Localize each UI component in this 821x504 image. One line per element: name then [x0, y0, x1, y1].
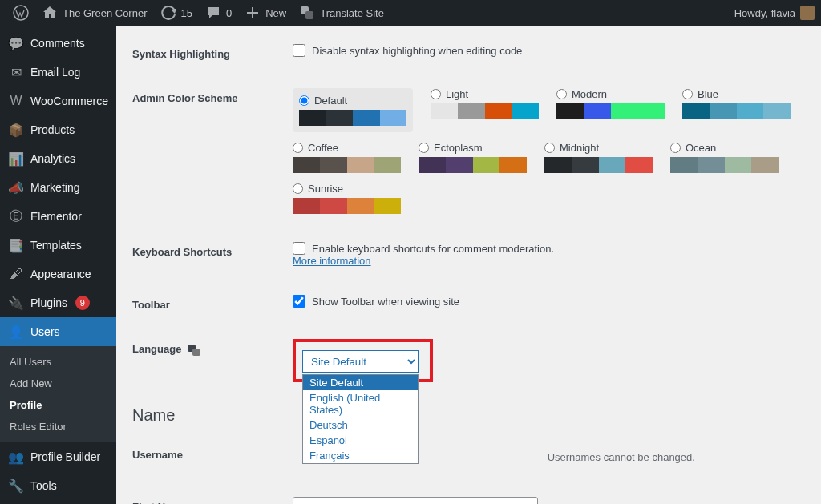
scheme-default[interactable]: Default — [293, 88, 413, 132]
sidebar-item-email-log[interactable]: ✉Email Log — [0, 58, 116, 87]
sidebar-item-plugins[interactable]: 🔌Plugins9 — [0, 288, 116, 317]
swatch — [293, 198, 401, 214]
lang-option[interactable]: Site Default — [303, 375, 418, 390]
scheme-radio[interactable] — [293, 183, 303, 194]
site-home-link[interactable]: The Green Corner — [35, 0, 154, 26]
menu-icon: W — [8, 93, 24, 109]
comments-link[interactable]: 0 — [199, 0, 238, 26]
admin-sidebar: 💬Comments✉Email LogWWooCommerce📦Products… — [0, 26, 116, 504]
swatch — [544, 157, 653, 173]
svg-point-0 — [14, 6, 28, 20]
swatch — [293, 157, 401, 173]
scheme-radio[interactable] — [419, 143, 429, 153]
syntax-label: Syntax Highlighting — [132, 32, 293, 76]
new-link[interactable]: New — [238, 0, 293, 26]
syntax-checkbox[interactable] — [293, 44, 305, 57]
menu-icon: Ⓔ — [8, 208, 24, 224]
swatch — [670, 157, 779, 173]
sidebar-item-marketing[interactable]: 📣Marketing — [0, 173, 116, 202]
avatar — [800, 6, 815, 20]
sidebar-item-elementor[interactable]: ⒺElementor — [0, 202, 116, 231]
name-heading: Name — [132, 406, 805, 425]
sidebar-item-profile-builder[interactable]: 👥Profile Builder — [0, 442, 116, 471]
sidebar-item-templates[interactable]: 📑Templates — [0, 231, 116, 260]
sidebar-item-tools[interactable]: 🔧Tools — [0, 471, 116, 500]
content-area: Syntax Highlighting Disable syntax highl… — [116, 26, 821, 504]
swatch — [299, 110, 406, 126]
menu-icon: 📣 — [8, 179, 24, 196]
sidebar-item-products[interactable]: 📦Products — [0, 115, 116, 144]
lang-option[interactable]: Français — [303, 448, 418, 463]
lang-option[interactable]: English (United States) — [303, 390, 418, 417]
menu-icon: ✉ — [8, 64, 24, 80]
svg-rect-4 — [192, 349, 200, 356]
submenu-all-users[interactable]: All Users — [0, 351, 116, 373]
firstname-label: First Name — [132, 485, 293, 504]
swatch — [431, 103, 539, 119]
scheme-modern[interactable]: Modern — [556, 88, 665, 132]
scheme-radio[interactable] — [682, 89, 693, 99]
menu-icon: 🖌 — [8, 266, 24, 282]
scheme-sunrise[interactable]: Sunrise — [293, 183, 401, 214]
scheme-radio[interactable] — [431, 89, 441, 99]
account-menu[interactable]: Howdy, flavia — [734, 6, 815, 20]
sidebar-item-comments[interactable]: 💬Comments — [0, 29, 116, 58]
keyboard-checkbox-label[interactable]: Enable keyboard shortcuts for comment mo… — [293, 242, 797, 255]
lang-option[interactable]: Deutsch — [303, 417, 418, 433]
scheme-ocean[interactable]: Ocean — [670, 142, 779, 173]
language-dropdown: Site DefaultEnglish (United States)Deuts… — [302, 374, 419, 464]
translate-icon — [299, 5, 315, 21]
lang-option[interactable]: Español — [303, 433, 418, 448]
color-schemes: DefaultLightModernBlueCoffeeEctoplasmMid… — [293, 88, 797, 214]
toolbar-checkbox[interactable] — [293, 295, 305, 308]
scheme-ectoplasm[interactable]: Ectoplasm — [419, 142, 527, 173]
firstname-input[interactable] — [293, 497, 538, 504]
swatch — [556, 103, 665, 119]
keyboard-checkbox[interactable] — [293, 242, 305, 255]
howdy-text: Howdy, flavia — [734, 7, 795, 19]
scheme-radio[interactable] — [544, 143, 555, 153]
sidebar-item-appearance[interactable]: 🖌Appearance — [0, 260, 116, 288]
language-select[interactable]: Site Default — [302, 350, 419, 373]
scheme-radio[interactable] — [556, 89, 567, 99]
site-name: The Green Corner — [63, 7, 148, 19]
menu-icon: 🔌 — [8, 295, 24, 311]
users-submenu: All UsersAdd NewProfileRoles Editor — [0, 346, 116, 442]
syntax-checkbox-label[interactable]: Disable syntax highlighting when editing… — [293, 44, 797, 57]
scheme-light[interactable]: Light — [431, 88, 539, 132]
scheme-blue[interactable]: Blue — [682, 88, 791, 132]
toolbar-checkbox-label[interactable]: Show Toolbar when viewing site — [293, 295, 797, 308]
submenu-add-new[interactable]: Add New — [0, 373, 116, 394]
menu-icon: 🔧 — [8, 478, 24, 494]
submenu-profile[interactable]: Profile — [0, 394, 116, 416]
menu-icon: 📦 — [8, 122, 24, 138]
plus-icon — [245, 5, 261, 21]
scheme-radio[interactable] — [299, 95, 309, 106]
updates-count: 15 — [181, 7, 192, 19]
keyboard-label: Keyboard Shortcuts — [132, 230, 293, 283]
new-label: New — [265, 7, 286, 19]
sidebar-item-all-in-one-wp-migration[interactable]: ⟳All-in-One WP Migration — [0, 500, 116, 504]
scheme-radio[interactable] — [670, 143, 681, 153]
sidebar-item-users[interactable]: 👤Users — [0, 317, 116, 346]
username-hint: Usernames cannot be changed. — [548, 451, 695, 463]
sidebar-item-analytics[interactable]: 📊Analytics — [0, 144, 116, 173]
menu-icon: 💬 — [8, 35, 24, 51]
translate-link[interactable]: Translate Site — [293, 0, 390, 26]
update-badge: 9 — [75, 296, 90, 310]
menu-icon: 📊 — [8, 151, 24, 167]
scheme-midnight[interactable]: Midnight — [544, 142, 653, 173]
scheme-coffee[interactable]: Coffee — [293, 142, 401, 173]
submenu-roles-editor[interactable]: Roles Editor — [0, 416, 116, 437]
swatch — [419, 157, 527, 173]
comments-count: 0 — [226, 7, 232, 19]
menu-icon: 📑 — [8, 237, 24, 253]
sidebar-item-woocommerce[interactable]: WWooCommerce — [0, 87, 116, 115]
keyboard-more-link[interactable]: More information — [293, 255, 371, 267]
language-label: Language — [132, 327, 293, 398]
menu-icon: 👤 — [8, 324, 24, 340]
language-highlight: Site Default Site DefaultEnglish (United… — [293, 339, 433, 382]
wp-logo[interactable] — [6, 0, 35, 26]
updates-link[interactable]: 15 — [154, 0, 199, 26]
scheme-radio[interactable] — [293, 143, 303, 153]
